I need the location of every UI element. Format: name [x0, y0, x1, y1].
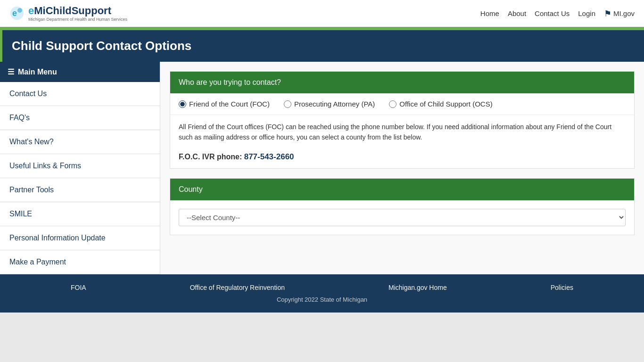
radio-pa[interactable]: Prosecuting Attorney (PA)	[284, 100, 375, 108]
main-content: ☰ Main Menu Contact Us FAQ's What's New?…	[0, 62, 644, 274]
sidebar-item-make-payment[interactable]: Make a Payment	[0, 250, 160, 274]
page-title-bar: Child Support Contact Options	[0, 30, 644, 62]
radio-ocs-input[interactable]	[389, 100, 396, 108]
logo-text-block: eMiChildSupport Michigan Department of H…	[28, 5, 127, 22]
logo-subtitle: Michigan Department of Health and Human …	[28, 17, 127, 22]
logo-icon: e	[9, 6, 25, 21]
contact-radio-group: Friend of the Court (FOC) Prosecuting At…	[170, 93, 634, 115]
nav-home[interactable]: Home	[480, 9, 499, 17]
footer-link-michigan[interactable]: Michigan.gov Home	[388, 284, 447, 291]
sidebar-item-contact-us[interactable]: Contact Us	[0, 82, 160, 106]
sidebar-item-personal-info[interactable]: Personal Information Update	[0, 226, 160, 250]
logo-title: eMiChildSupport	[28, 5, 127, 17]
footer-link-regulatory[interactable]: Office of Regulatory Reinvention	[190, 284, 285, 291]
radio-ocs-label: Office of Child Support (OCS)	[399, 100, 492, 108]
sidebar-item-faqs[interactable]: FAQ's	[0, 106, 160, 130]
radio-foc[interactable]: Friend of the Court (FOC)	[179, 100, 270, 108]
content-area: Who are you trying to contact? Friend of…	[160, 62, 644, 274]
footer-links: FOIA Office of Regulatory Reinvention Mi…	[19, 284, 625, 291]
nav-mi-gov[interactable]: ⚑ MI.gov	[604, 8, 635, 19]
nav-contact-us[interactable]: Contact Us	[535, 9, 570, 17]
page-title: Child Support Contact Options	[12, 39, 191, 53]
main-nav: Home About Contact Us Login ⚑ MI.gov	[480, 8, 635, 19]
foc-phone: F.O.C. IVR phone: 877-543-2660	[170, 149, 634, 168]
contact-question-text: Who are you trying to contact?	[179, 78, 281, 86]
footer-copyright: Copyright 2022 State of Michigan	[19, 296, 625, 303]
sidebar-menu-label: Main Menu	[18, 68, 57, 76]
county-select-area: --Select County--AlconaAlgerAlleganAlpen…	[170, 200, 634, 235]
nav-login[interactable]: Login	[578, 9, 595, 17]
menu-icon: ☰	[8, 67, 14, 76]
sidebar: ☰ Main Menu Contact Us FAQ's What's New?…	[0, 62, 160, 274]
svg-text:e: e	[12, 8, 17, 18]
foc-description-text: All Friend of the Court offices (FOC) ca…	[179, 123, 611, 141]
footer-link-policies[interactable]: Policies	[551, 284, 573, 291]
footer: FOIA Office of Regulatory Reinvention Mi…	[0, 274, 644, 313]
svg-point-2	[17, 8, 22, 13]
sidebar-menu-header: ☰ Main Menu	[0, 62, 160, 82]
foc-description: All Friend of the Court offices (FOC) ca…	[170, 115, 634, 149]
radio-pa-label: Prosecuting Attorney (PA)	[294, 100, 375, 108]
sidebar-item-smile[interactable]: SMILE	[0, 202, 160, 226]
county-header-text: County	[179, 185, 203, 193]
sidebar-item-useful-links[interactable]: Useful Links & Forms	[0, 154, 160, 178]
radio-foc-label: Friend of the Court (FOC)	[189, 100, 270, 108]
logo-area: e eMiChildSupport Michigan Department of…	[9, 5, 127, 22]
contact-box: Who are you trying to contact? Friend of…	[170, 71, 635, 169]
radio-pa-input[interactable]	[284, 100, 291, 108]
footer-link-foia[interactable]: FOIA	[71, 284, 86, 291]
sidebar-item-whats-new[interactable]: What's New?	[0, 130, 160, 154]
logo-name: MiChildSupport	[34, 5, 111, 16]
header: e eMiChildSupport Michigan Department of…	[0, 0, 644, 28]
logo-e: e	[28, 5, 34, 16]
nav-about[interactable]: About	[508, 9, 526, 17]
sidebar-item-partner-tools[interactable]: Partner Tools	[0, 178, 160, 202]
contact-question-header: Who are you trying to contact?	[170, 72, 634, 93]
foc-phone-number: 877-543-2660	[244, 152, 294, 161]
county-dropdown[interactable]: --Select County--AlconaAlgerAlleganAlpen…	[179, 209, 626, 226]
radio-ocs[interactable]: Office of Child Support (OCS)	[389, 100, 492, 108]
foc-phone-label: F.O.C. IVR phone:	[179, 153, 242, 161]
michigan-icon: ⚑	[604, 8, 611, 19]
county-header: County	[170, 179, 634, 200]
county-box: County --Select County--AlconaAlgerAlleg…	[170, 178, 635, 235]
mi-gov-label: MI.gov	[613, 9, 635, 17]
radio-foc-input[interactable]	[179, 100, 186, 108]
